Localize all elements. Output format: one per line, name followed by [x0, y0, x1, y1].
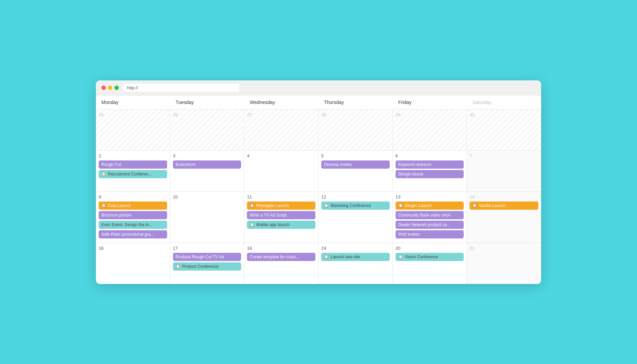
cell-date: 13 — [396, 194, 464, 199]
cell-date: 3 — [173, 153, 241, 158]
event-label: Product Conference — [182, 264, 219, 269]
calendar-event[interactable]: Write a TV Ad Script — [247, 211, 315, 219]
event-document-icon: 📋 — [324, 255, 329, 259]
url-bar[interactable]: http:// — [123, 84, 239, 92]
cell-date: 9 — [99, 194, 167, 199]
calendar-cell: 7 — [467, 151, 541, 191]
calendar-row: 9📋Cola LaunchBrochure pictureExec Event-… — [96, 192, 541, 243]
calendar-event[interactable]: 📋Vanilla Launch — [470, 202, 538, 210]
browser-window: http:// MondayTuesdayWednesdayThursdayFr… — [96, 80, 541, 284]
event-label: Design ebook — [398, 172, 423, 177]
event-label: Safe Rider promotional gra... — [101, 232, 154, 237]
calendar-event[interactable]: Brochure picture — [99, 211, 167, 219]
calendar-cell: 12📋Marketing Conference — [318, 192, 393, 243]
calendar-cell: 29 — [393, 109, 467, 150]
calendar-event[interactable]: Design ebook — [396, 170, 464, 178]
calendar-event[interactable]: Dealer Network product ca... — [396, 221, 464, 229]
calendar-cell: 20📋Vision Conference — [393, 243, 467, 284]
close-button[interactable] — [101, 86, 106, 90]
calendar-event[interactable]: Produce Rough Cut TV Ad — [173, 253, 241, 261]
calendar-event[interactable]: 📋Marketing Conference — [321, 202, 390, 210]
event-document-icon: 📋 — [176, 264, 180, 269]
event-label: Print invites — [398, 232, 420, 237]
calendar-event[interactable]: 📋Vision Conference — [396, 253, 464, 261]
cell-date: 16 — [99, 246, 167, 251]
event-document-icon: 📋 — [324, 203, 329, 208]
event-label: Exec Event- Design the In... — [101, 222, 152, 227]
calendar-cell: 26 — [170, 109, 245, 150]
cell-date: 21 — [470, 246, 538, 251]
day-header-thursday: Thursday — [318, 95, 393, 109]
calendar-cell: 13📋Ginger LaunchCommunity Bank video sho… — [393, 192, 467, 243]
calendar-row: 1617Produce Rough Cut TV Ad📋Product Conf… — [96, 243, 541, 284]
calendar-cell: 21 — [467, 243, 541, 284]
calendar-event[interactable]: Create template for custo... — [247, 253, 315, 261]
event-document-icon: 📋 — [101, 172, 106, 176]
day-header-monday: Monday — [96, 95, 170, 109]
cell-date: 19 — [321, 246, 390, 251]
calendar-cell: 30 — [467, 109, 541, 150]
event-label: Brochure picture — [101, 213, 132, 218]
event-label: Launch new site — [330, 255, 360, 259]
calendar-event[interactable]: Keyword research — [396, 160, 464, 169]
day-header-saturday: Saturday — [467, 95, 541, 109]
calendar-header: MondayTuesdayWednesdayThursdayFridaySatu… — [96, 95, 541, 109]
cell-date: 17 — [173, 246, 241, 251]
calendar-cell: 9📋Cola LaunchBrochure pictureExec Event-… — [96, 192, 170, 243]
cell-date: 25 — [99, 112, 167, 117]
cell-date: 29 — [396, 112, 464, 117]
calendar-event[interactable]: Exec Event- Design the In... — [99, 221, 167, 229]
calendar-cell: 10 — [170, 192, 245, 243]
calendar-event[interactable]: Print invites — [396, 230, 464, 238]
cell-date: 14 — [470, 194, 538, 199]
cell-date: 5 — [321, 153, 390, 158]
calendar-cell: 14📋Vanilla Launch — [467, 192, 541, 243]
calendar-event[interactable]: 📋Mobile app launch — [247, 221, 315, 229]
cell-date: 6 — [396, 153, 464, 158]
maximize-button[interactable] — [114, 86, 119, 90]
event-document-icon: 📋 — [398, 203, 403, 208]
day-header-friday: Friday — [393, 95, 467, 109]
calendar-event[interactable]: 📋Cola Launch — [99, 202, 167, 210]
event-label: Mobile app launch — [256, 222, 289, 227]
event-label: Pineapple Launch — [256, 203, 289, 208]
event-label: Rough Cut — [101, 162, 121, 167]
calendar-event[interactable]: 📋Product Conference — [173, 262, 241, 271]
calendar-cell: 5Develop invites — [318, 151, 393, 191]
traffic-lights — [101, 86, 119, 90]
calendar-event[interactable]: Safe Rider promotional gra... — [99, 230, 167, 238]
cell-date: 11 — [247, 194, 315, 199]
calendar-cell: 25 — [96, 109, 170, 150]
calendar-event[interactable]: Rough Cut — [99, 160, 167, 169]
calendar-event[interactable]: 📋Launch new site — [321, 253, 390, 261]
day-header-tuesday: Tuesday — [170, 95, 245, 109]
event-label: Vanilla Launch — [479, 203, 505, 208]
calendar-event[interactable]: Brainstorm — [173, 160, 241, 169]
calendar-cell: 4 — [244, 151, 318, 191]
event-label: Community Bank video short — [398, 213, 451, 218]
event-label: Keyword research — [398, 162, 432, 167]
calendar-cell: 18Create template for custo... — [244, 243, 318, 284]
calendar-cell: 11📋Pineapple LaunchWrite a TV Ad Script📋… — [244, 192, 318, 243]
cell-date: 4 — [247, 153, 315, 158]
cell-date: 2 — [99, 153, 167, 158]
calendar-cell: 17Produce Rough Cut TV Ad📋Product Confer… — [170, 243, 245, 284]
calendar-cell: 3Brainstorm — [170, 151, 245, 191]
cell-date: 26 — [173, 112, 241, 117]
event-label: Produce Rough Cut TV Ad — [176, 255, 224, 259]
cell-date: 20 — [396, 246, 464, 251]
calendar-event[interactable]: 📋Recruitment Conferen... — [99, 170, 167, 178]
calendar-event[interactable]: Develop invites — [321, 160, 390, 169]
event-document-icon: 📋 — [101, 203, 106, 208]
calendar-event[interactable]: 📋Ginger Launch — [396, 202, 464, 210]
minimize-button[interactable] — [108, 86, 112, 90]
event-label: Write a TV Ad Script — [250, 213, 287, 218]
cell-date: 30 — [470, 112, 538, 117]
cell-date: 28 — [321, 112, 390, 117]
calendar-event[interactable]: Community Bank video short — [396, 211, 464, 219]
event-label: Create template for custo... — [250, 255, 299, 259]
event-label: Cola Launch — [108, 203, 131, 208]
calendar-event[interactable]: 📋Pineapple Launch — [247, 202, 315, 210]
calendar-cell: 19📋Launch new site — [318, 243, 393, 284]
calendar-cell: 16 — [96, 243, 170, 284]
